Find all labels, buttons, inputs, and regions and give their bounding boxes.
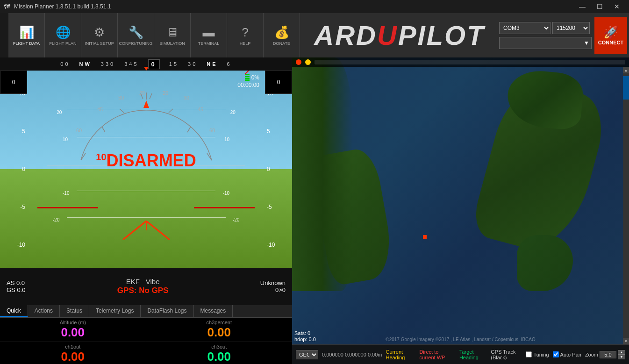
metric-ch3percent-value: 0.00 [207, 325, 231, 340]
metric-altitude-value: 0.00 [61, 325, 85, 340]
tab-telemetry-logs[interactable]: Telemetry Logs [89, 305, 141, 317]
battery-percent: 0% [251, 74, 259, 81]
metric-ch1out-label: ch1out [65, 344, 80, 350]
tab-messages[interactable]: Messages [194, 305, 233, 317]
svg-line-19 [146, 221, 170, 240]
left-altitude-scale: 10 5 0 -5 -10 [0, 71, 27, 268]
tuning-checkbox[interactable] [526, 351, 532, 357]
coords-display: 0.000000 0.000000 0.00m [322, 352, 382, 357]
zoom-up-button[interactable]: ▲ [618, 350, 625, 355]
metric-altitude: Altitude (m) 0.00 [0, 318, 146, 342]
zoom-label: Zoom [585, 352, 598, 357]
alt-indicator: 0 [265, 71, 292, 94]
flight-timer: 00:00:00 [237, 82, 259, 88]
autopan-checkbox-area: Auto Pan [553, 351, 581, 357]
tuning-checkbox-area: Tuning [526, 351, 549, 357]
metric-ch3out: ch3out 0.00 [146, 342, 293, 364]
baud-select[interactable]: 115200 [552, 22, 590, 34]
close-button[interactable]: ✕ [608, 2, 625, 11]
com-port-select[interactable]: COM3 [499, 22, 550, 34]
current-heading-label: Current Heading [386, 349, 414, 360]
nav-item-config-tuning[interactable]: 🔧 CONFIG/TUNING [118, 13, 154, 57]
ardupilot-logo: ARDUPILOT [300, 13, 499, 57]
direct-to-wp-label: Direct to current WP [419, 349, 454, 360]
metric-ch3percent-label: ch3percent [207, 320, 232, 325]
map-area[interactable]: hdop: 0.0 Sats: 0 ©2017 Google Imagery ©… [292, 57, 629, 344]
gps-track-label: GPS Track (Black) [491, 349, 522, 360]
nav-item-simulation[interactable]: 🖥 SIMULATION [154, 13, 191, 57]
sats-display: Sats: 0 [294, 330, 310, 336]
map-top-bar [292, 57, 629, 67]
hdop-display: hdop: 0.0 [294, 336, 316, 342]
right-altitude-scale: 10 5 0 -5 -10 [265, 71, 292, 268]
nav-item-flight-plan[interactable]: 🌐 FLIGHT PLAN [45, 13, 81, 57]
title-bar-controls: — ☐ ✕ [573, 2, 625, 11]
tabs-bar: Quick Actions Status Telemetry Logs Data… [0, 305, 292, 318]
geo-select[interactable]: GEO [296, 350, 318, 359]
tab-quick[interactable]: Quick [0, 305, 28, 317]
tab-actions[interactable]: Actions [28, 305, 60, 317]
tab-status[interactable]: Status [60, 305, 89, 317]
title-bar-title: Mission Planner 1.3.51.1 build 1.3.51.1 [14, 3, 573, 10]
app-icon [0, 13, 8, 57]
ekf-label: EKF [126, 278, 140, 285]
nav-item-initial-setup[interactable]: ⚙ INITIAL SETUP [81, 13, 118, 57]
battery-display: 0% [245, 74, 259, 81]
zoom-area: Zoom 5.0 ▲ ▼ [585, 350, 625, 359]
alt-sub: 0>0 [275, 286, 286, 293]
waypoint-dot [423, 235, 427, 239]
connect-button[interactable]: 🚀 CONNECT [594, 17, 627, 54]
metric-ch3out-label: ch3out [211, 344, 227, 350]
tab-dataflash-logs[interactable]: DataFlash Logs [141, 305, 193, 317]
minimize-button[interactable]: — [573, 2, 591, 11]
zoom-input[interactable]: 5.0 [600, 351, 616, 358]
gps-status: GPS: No GPS [117, 286, 169, 295]
compass-strip: 00 NW 330 345 0 15 30 NE 6 [0, 57, 292, 71]
speed-indicator: 0 [0, 71, 27, 94]
map-scrollbar[interactable]: ▲ ▼ [623, 67, 629, 344]
target-heading-label: Target Heading [459, 349, 485, 360]
metric-ch3percent: ch3percent 0.00 [146, 318, 293, 342]
metric-altitude-label: Altitude (m) [60, 320, 86, 325]
groundspeed-display: GS 0.0 [7, 286, 25, 293]
tuning-label: Tuning [533, 352, 549, 357]
heading-box: 0 [148, 59, 160, 69]
nav-item-help[interactable]: ? HELP [227, 13, 264, 57]
metric-ch1out-value: 0.00 [61, 350, 85, 364]
svg-line-18 [123, 221, 146, 240]
autopan-checkbox[interactable] [553, 351, 559, 357]
metric-ch3out-value: 0.00 [207, 350, 231, 364]
nav-item-flight-data[interactable]: 📊 FLIGHT DATA [8, 13, 45, 57]
autopan-label: Auto Pan [560, 352, 581, 357]
nav-item-terminal[interactable]: ▬ TERMINAL [191, 13, 227, 57]
map-bottom-bar: GEO 0.000000 0.000000 0.00m Current Head… [292, 344, 629, 364]
google-watermark: ©2017 Google Imagery ©2017 , LE Atlas , … [386, 337, 535, 342]
secondary-dropdown[interactable]: ▼ [499, 37, 592, 49]
airspeed-display: AS 0.0 [7, 279, 25, 286]
maximize-button[interactable]: ☐ [591, 2, 608, 11]
hud-bottom-bar: AS 0.0 GS 0.0 EKF Vibe GPS: No GPS Unkno… [0, 268, 292, 305]
disarmed-status: 10DISARMED [96, 151, 196, 171]
zoom-down-button[interactable]: ▼ [618, 355, 625, 359]
nav-item-donate[interactable]: 💰 DONATE [264, 13, 300, 57]
vibe-label: Vibe [146, 278, 160, 285]
alt-unknown: Unknown [260, 279, 286, 286]
metric-ch1out: ch1out 0.00 [0, 342, 146, 364]
